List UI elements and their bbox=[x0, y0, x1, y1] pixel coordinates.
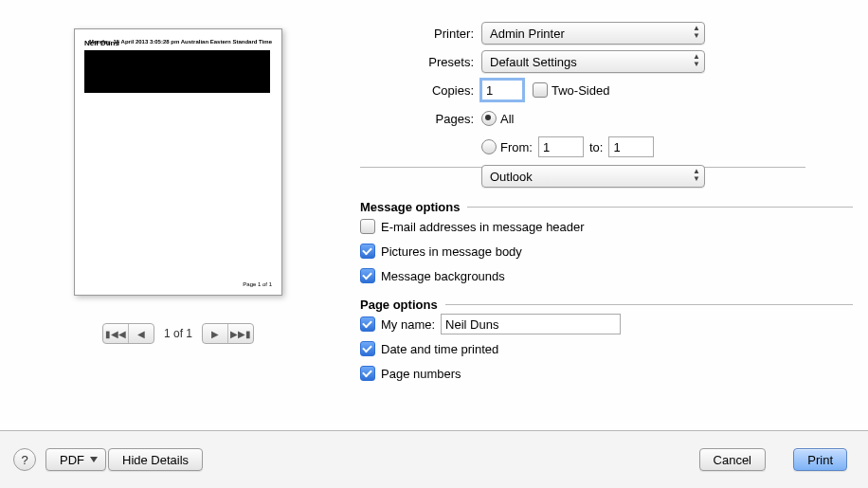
two-sided-label: Two-Sided bbox=[552, 83, 609, 98]
app-options-select[interactable]: Outlook ▲▼ bbox=[481, 165, 705, 188]
pages-from-label: From: bbox=[500, 140, 533, 154]
print-dialog: Neil Duns Monday, 15 April 2013 3:05:28 … bbox=[0, 0, 868, 488]
pager-next-icon[interactable]: ▶ bbox=[203, 324, 227, 343]
pager-first-icon[interactable]: ▮◀◀ bbox=[103, 324, 128, 343]
printer-label: Printer: bbox=[360, 27, 474, 41]
pager-forward-group[interactable]: ▶ ▶▶▮ bbox=[202, 323, 254, 344]
pictures-label: Pictures in message body bbox=[381, 244, 522, 259]
pdf-menu-button[interactable]: PDF bbox=[45, 448, 106, 471]
email-addresses-label: E-mail addresses in message header bbox=[381, 220, 585, 234]
date-time-checkbox[interactable] bbox=[360, 341, 375, 356]
preview-pager: ▮◀◀ ◀ 1 of 1 ▶ ▶▶▮ bbox=[74, 322, 282, 345]
pager-back-group[interactable]: ▮◀◀ ◀ bbox=[102, 323, 154, 344]
dialog-footer: ? PDF Hide Details Cancel Print bbox=[0, 430, 868, 488]
preview-body-block bbox=[84, 50, 270, 93]
pages-all-radio[interactable] bbox=[481, 111, 497, 126]
two-sided-checkbox[interactable] bbox=[533, 82, 548, 98]
cancel-button[interactable]: Cancel bbox=[699, 448, 766, 471]
pdf-menu-label: PDF bbox=[60, 453, 84, 467]
help-button[interactable]: ? bbox=[13, 448, 36, 471]
page-options-heading: Page options bbox=[360, 298, 438, 312]
pictures-checkbox[interactable] bbox=[360, 244, 375, 259]
backgrounds-checkbox[interactable] bbox=[360, 268, 375, 283]
hide-details-button[interactable]: Hide Details bbox=[108, 448, 203, 471]
app-options-value: Outlook bbox=[490, 170, 533, 184]
print-button[interactable]: Print bbox=[793, 448, 847, 471]
copies-label: Copies: bbox=[360, 83, 474, 98]
presets-select[interactable]: Default Settings ▲▼ bbox=[481, 50, 705, 73]
updown-icon: ▲▼ bbox=[693, 168, 700, 183]
copies-input[interactable] bbox=[481, 80, 523, 100]
pager-last-icon[interactable]: ▶▶▮ bbox=[227, 324, 253, 343]
pages-all-label: All bbox=[500, 112, 514, 126]
pages-to-label: to: bbox=[589, 140, 603, 154]
pager-count: 1 of 1 bbox=[164, 327, 192, 340]
preview-header-date: Monday, 15 April 2013 3:05:28 pm Austral… bbox=[89, 39, 272, 45]
my-name-checkbox[interactable] bbox=[360, 316, 375, 332]
pager-prev-icon[interactable]: ◀ bbox=[128, 324, 154, 343]
email-addresses-checkbox[interactable] bbox=[360, 219, 375, 234]
presets-label: Presets: bbox=[360, 55, 474, 69]
printer-select-value: Admin Printer bbox=[490, 27, 565, 41]
updown-icon: ▲▼ bbox=[693, 53, 700, 68]
page-numbers-label: Page numbers bbox=[381, 367, 461, 381]
my-name-label: My name: bbox=[381, 317, 435, 332]
preview-footer: Page 1 of 1 bbox=[243, 281, 272, 287]
date-time-label: Date and time printed bbox=[381, 342, 498, 356]
pages-label: Pages: bbox=[360, 112, 474, 126]
backgrounds-label: Message backgrounds bbox=[381, 269, 505, 283]
dropdown-triangle-icon bbox=[90, 457, 98, 462]
page-numbers-checkbox[interactable] bbox=[360, 366, 375, 381]
pages-to-input[interactable] bbox=[608, 136, 654, 157]
pages-from-radio[interactable] bbox=[481, 139, 497, 154]
my-name-input[interactable] bbox=[441, 314, 621, 334]
updown-icon: ▲▼ bbox=[693, 25, 700, 40]
pages-from-input[interactable] bbox=[538, 136, 584, 157]
presets-select-value: Default Settings bbox=[490, 55, 577, 69]
print-preview-page: Neil Duns Monday, 15 April 2013 3:05:28 … bbox=[74, 28, 282, 296]
message-options-heading: Message options bbox=[360, 200, 460, 214]
printer-select[interactable]: Admin Printer ▲▼ bbox=[481, 22, 705, 45]
